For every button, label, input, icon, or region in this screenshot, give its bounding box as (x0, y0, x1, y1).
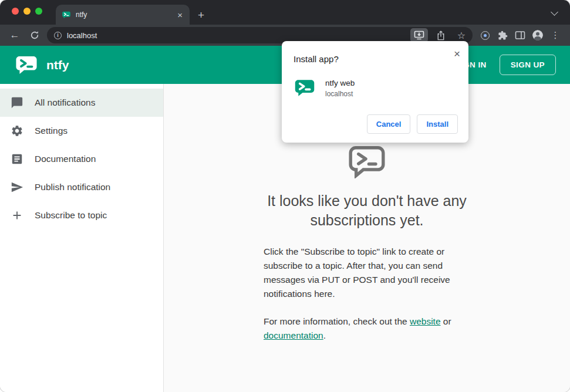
ntfy-empty-state-logo-icon (348, 145, 386, 178)
sidebar-item-label: All notifications (35, 97, 95, 108)
app-name: ntfy web (325, 79, 355, 87)
cancel-button[interactable]: Cancel (367, 114, 411, 134)
install-app-popup: Install app? × ntfy web localhost Cancel… (282, 41, 468, 143)
install-page-icon[interactable] (410, 28, 428, 42)
back-icon[interactable]: ← (7, 28, 22, 43)
profile-avatar-icon[interactable] (530, 28, 545, 43)
new-tab-button[interactable]: + (198, 9, 204, 21)
more-menu-icon[interactable]: ⋮ (548, 28, 563, 43)
site-info-icon[interactable]: i (54, 32, 62, 39)
ntfy-app-icon (294, 78, 316, 98)
send-icon (11, 181, 23, 194)
ntfy-logo-icon (14, 55, 39, 76)
sidebar-item-settings[interactable]: Settings (0, 117, 163, 145)
install-popup-title: Install app? (294, 54, 458, 64)
bookmark-star-icon[interactable]: ☆ (454, 28, 469, 42)
sidebar-item-publish-notification[interactable]: Publish notification (0, 173, 163, 201)
install-popup-app-row: ntfy web localhost (294, 78, 458, 98)
sidebar-item-all-notifications[interactable]: All notifications (0, 89, 163, 117)
empty-state-heading: It looks like you don't have any subscri… (238, 191, 496, 229)
sidebar-item-label: Settings (35, 126, 68, 136)
plus-icon (11, 209, 23, 222)
browser-window: ntfy × + ← i localhost (0, 0, 570, 392)
install-button[interactable]: Install (417, 114, 458, 134)
toolbar-right-icons: ⋮ (477, 28, 563, 43)
app-origin: localhost (325, 90, 355, 98)
extension-badge-icon[interactable] (477, 28, 493, 43)
url-text[interactable]: localhost (67, 31, 405, 40)
website-link[interactable]: website (410, 316, 441, 326)
sidebar-item-label: Subscribe to topic (35, 210, 107, 221)
minimize-window-button[interactable] (23, 8, 31, 15)
sidebar: All notifications Settings Documentation… (0, 84, 164, 392)
documentation-link[interactable]: documentation (264, 330, 323, 340)
article-icon (11, 153, 23, 165)
chat-bubble-icon (11, 96, 23, 109)
more-info-prefix: For more information, check out the (264, 316, 410, 326)
tab-title: ntfy (76, 11, 171, 19)
side-panel-icon[interactable] (512, 28, 528, 43)
more-info-middle: or (441, 316, 451, 326)
tab-strip: ntfy × + (0, 0, 570, 25)
empty-state-text: Click the "Subscribe to topic" link to c… (264, 245, 470, 301)
extensions-puzzle-icon[interactable] (495, 28, 510, 43)
sign-up-button[interactable]: SIGN UP (500, 55, 556, 75)
zoom-window-button[interactable] (35, 8, 42, 15)
install-popup-app-info: ntfy web localhost (325, 79, 355, 98)
share-icon[interactable] (433, 28, 448, 42)
more-info-suffix: . (323, 330, 326, 340)
more-info-text: For more information, check out the webs… (264, 315, 470, 343)
sidebar-item-label: Documentation (35, 154, 96, 164)
tab-search-chevron-icon[interactable] (551, 8, 558, 16)
install-popup-buttons: Cancel Install (294, 114, 458, 134)
tab-close-icon[interactable]: × (176, 11, 184, 19)
sidebar-item-subscribe-to-topic[interactable]: Subscribe to topic (0, 201, 163, 229)
gear-icon (11, 124, 23, 137)
close-window-button[interactable] (12, 8, 19, 15)
reload-icon[interactable] (27, 28, 42, 43)
browser-tab[interactable]: ntfy × (56, 5, 190, 25)
window-controls (12, 8, 42, 15)
brand-name: ntfy (46, 58, 69, 72)
close-icon[interactable]: × (454, 48, 460, 59)
ntfy-favicon-icon (62, 11, 71, 19)
sidebar-item-documentation[interactable]: Documentation (0, 145, 163, 173)
sidebar-item-label: Publish notification (35, 182, 110, 192)
